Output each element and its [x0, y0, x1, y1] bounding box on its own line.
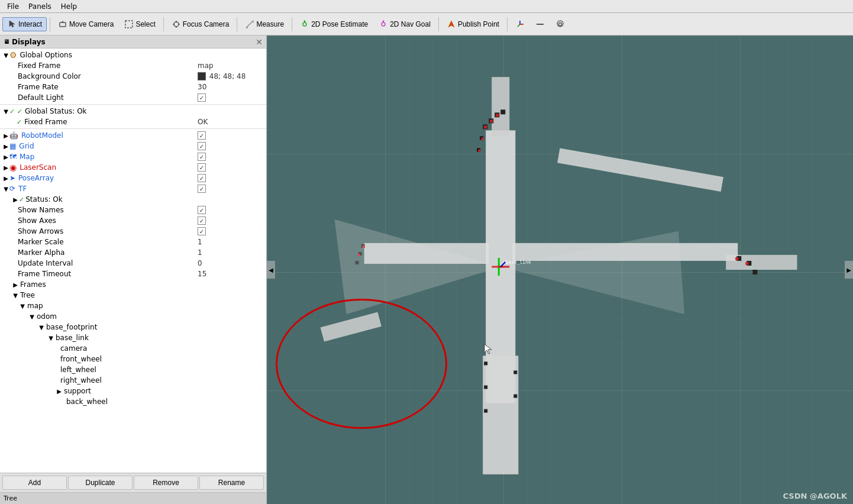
status-fixed-frame-label: Fixed Frame	[23, 118, 195, 126]
tree-expand[interactable]: ▼	[12, 292, 19, 299]
svg-rect-2	[125, 21, 133, 28]
map-display-row[interactable]: ▶ 🗺 Map	[0, 151, 266, 162]
rename-button[interactable]: Rename	[199, 476, 264, 490]
status-check-icon: ✓	[17, 118, 22, 126]
tree-section-row[interactable]: ▼ Tree	[0, 290, 266, 301]
tf-checkbox[interactable]	[198, 185, 206, 193]
tree-base-footprint-row[interactable]: ▼ base_footprint	[0, 322, 266, 332]
tree-support-row[interactable]: ▶ support	[0, 386, 266, 396]
tree-base-footprint-expand[interactable]: ▼	[38, 324, 45, 331]
interact-icon	[7, 20, 17, 29]
global-options-row[interactable]: ▼ ⚙ Global Options	[0, 50, 266, 60]
tree-base-link-expand[interactable]: ▼	[47, 335, 54, 341]
interact-button[interactable]: Interact	[2, 17, 47, 31]
frame-rate-value[interactable]: 30	[195, 83, 266, 91]
tf-expand[interactable]: ▼	[2, 186, 9, 192]
viewport-arrow-left[interactable]: ◀	[267, 261, 275, 279]
tree-front-wheel-row: front_wheel	[0, 354, 266, 364]
duplicate-button[interactable]: Duplicate	[68, 476, 133, 490]
viewport[interactable]: base_link ◀ ▶ CSDN @AGOLK	[267, 35, 853, 504]
tree-support-expand[interactable]: ▶	[56, 388, 63, 395]
posearray-row[interactable]: ▶ ➤ PoseArray	[0, 173, 266, 183]
svg-marker-1	[62, 21, 64, 22]
frames-row[interactable]: ▶ Frames	[0, 279, 266, 290]
default-light-value[interactable]	[195, 93, 266, 102]
toolbar: Interact Move Camera Select Focus Camera…	[0, 13, 853, 35]
show-arrows-checkbox[interactable]	[198, 227, 206, 235]
laserscan-row[interactable]: ▶ ◉ LaserScan	[0, 162, 266, 173]
laserscan-icon: ◉	[9, 163, 17, 172]
add-button[interactable]: Add	[2, 476, 67, 490]
displays-close-button[interactable]: ✕	[256, 37, 263, 47]
publish-point-button[interactable]: Publish Point	[442, 17, 504, 31]
show-axes-label: Show Axes	[17, 217, 195, 225]
publish-icon	[447, 20, 456, 29]
settings-button[interactable]	[551, 17, 570, 31]
menu-file[interactable]: File	[2, 2, 24, 11]
tf-icon: ⟳	[9, 185, 15, 193]
fixed-frame-value[interactable]: map	[195, 62, 266, 70]
tree-map-expand[interactable]: ▼	[19, 303, 26, 309]
marker-scale-value[interactable]: 1	[195, 238, 266, 246]
global-status-expand[interactable]: ▼	[2, 108, 9, 115]
select-button[interactable]: Select	[119, 17, 160, 31]
frames-expand[interactable]: ▶	[12, 282, 19, 288]
svg-rect-25	[492, 77, 509, 136]
map-checkbox[interactable]	[198, 153, 206, 161]
laserscan-expand[interactable]: ▶	[2, 164, 9, 171]
svg-rect-48	[478, 149, 480, 151]
robot-model-row[interactable]: ▶ 🤖 RobotModel	[0, 130, 266, 141]
move-camera-button[interactable]: Move Camera	[53, 17, 118, 31]
viewport-arrow-right[interactable]: ▶	[845, 261, 853, 279]
minus-button[interactable]	[531, 17, 550, 31]
robot-model-expand[interactable]: ▶	[2, 133, 9, 139]
show-names-checkbox[interactable]	[198, 206, 206, 214]
frame-timeout-value[interactable]: 15	[195, 270, 266, 278]
axes-button[interactable]	[510, 17, 529, 31]
background-color-value[interactable]: 48; 48; 48	[195, 72, 266, 81]
toolbar-separator-1	[50, 17, 50, 31]
grid-checkbox[interactable]	[198, 142, 206, 150]
menu-panels[interactable]: Panels	[24, 2, 56, 11]
divider-1	[0, 104, 266, 105]
map-expand[interactable]: ▶	[2, 154, 9, 160]
posearray-expand[interactable]: ▶	[2, 175, 9, 182]
show-axes-checkbox[interactable]	[198, 217, 206, 225]
posearray-checkbox[interactable]	[198, 174, 206, 182]
menu-help[interactable]: Help	[56, 2, 82, 11]
marker-alpha-value[interactable]: 1	[195, 248, 266, 257]
2d-nav-button[interactable]: 2D Nav Goal	[374, 17, 435, 31]
laserscan-checkbox[interactable]	[198, 163, 206, 172]
global-options-expand[interactable]: ▼	[2, 52, 9, 59]
tf-status-label: Status: Ok	[24, 195, 266, 203]
tree-base-footprint-label: base_footprint	[45, 323, 266, 331]
color-swatch[interactable]	[198, 72, 206, 80]
map-icon: 🗺	[9, 153, 17, 161]
global-status-row[interactable]: ▼ ✓ Global Status: Ok	[0, 106, 266, 117]
displays-tree[interactable]: ▼ ⚙ Global Options Fixed Frame map Backg…	[0, 49, 266, 473]
left-panel: 🖥 Displays ✕ ▼ ⚙ Global Options Fixed Fr…	[0, 35, 267, 504]
grid-row[interactable]: ▶ ▦ Grid	[0, 141, 266, 151]
frame-timeout-label: Frame Timeout	[17, 270, 195, 278]
grid-expand[interactable]: ▶	[2, 143, 9, 150]
tf-status-expand[interactable]: ▶	[12, 196, 19, 203]
tree-map-row[interactable]: ▼ map	[0, 301, 266, 311]
robot-model-checkbox[interactable]	[198, 131, 206, 140]
update-interval-value[interactable]: 0	[195, 259, 266, 267]
svg-rect-53	[484, 361, 487, 365]
measure-button[interactable]: Measure	[240, 17, 289, 31]
focus-camera-button[interactable]: Focus Camera	[167, 17, 234, 31]
grid-icon: ▦	[9, 142, 16, 150]
show-names-label: Show Names	[17, 206, 195, 214]
tf-row[interactable]: ▼ ⟳ TF	[0, 183, 266, 194]
default-light-checkbox[interactable]	[198, 93, 206, 102]
measure-icon	[245, 20, 254, 29]
marker-alpha-label: Marker Alpha	[17, 248, 195, 257]
posearray-icon: ➤	[9, 174, 15, 182]
tree-odom-row[interactable]: ▼ odom	[0, 311, 266, 322]
2d-pose-button[interactable]: 2D Pose Estimate	[295, 17, 373, 31]
tree-base-link-row[interactable]: ▼ base_link	[0, 332, 266, 343]
nav-icon	[379, 20, 388, 29]
remove-button[interactable]: Remove	[134, 476, 198, 490]
tree-odom-expand[interactable]: ▼	[28, 314, 35, 320]
